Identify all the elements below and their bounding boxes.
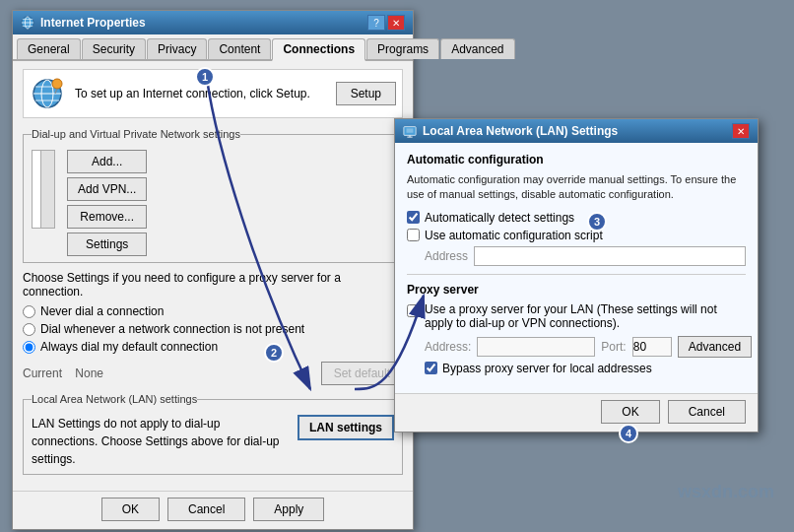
proxy-use-row: Use a proxy server for your LAN (These s… [407, 302, 746, 330]
dialog-icon [21, 16, 34, 30]
main-cancel-button[interactable]: Cancel [167, 498, 245, 521]
annotation-circle-2: 2 [264, 343, 284, 363]
lan-dialog-icon [403, 124, 417, 138]
lan-settings-button[interactable]: LAN settings [298, 415, 394, 440]
setup-button[interactable]: Setup [336, 82, 396, 105]
bypass-row: Bypass proxy server for local addresses [425, 362, 746, 375]
main-apply-button[interactable]: Apply [253, 498, 324, 521]
bypass-checkbox[interactable] [425, 362, 437, 374]
tabs-bar: General Security Privacy Content Connect… [13, 34, 413, 61]
tab-advanced[interactable]: Advanced [440, 38, 514, 59]
tab-programs[interactable]: Programs [366, 38, 439, 59]
radio-whenever[interactable]: Dial whenever a network connection is no… [23, 322, 403, 336]
settings-button[interactable]: Settings [67, 233, 147, 256]
lan-dialog-titlebar: Local Area Network (LAN) Settings ✕ [395, 119, 758, 143]
tab-security[interactable]: Security [82, 38, 146, 59]
vpn-list-container [32, 150, 55, 229]
port-label: Port: [601, 340, 626, 354]
add-button[interactable]: Add... [67, 150, 147, 173]
vpn-buttons: Add... Add VPN... Remove... Settings [67, 150, 147, 256]
lan-dialog-content: Automatic configuration Automatic config… [395, 143, 758, 393]
set-default-button[interactable]: Set default [321, 362, 403, 385]
lan-dialog-footer: OK Cancel [395, 393, 758, 432]
proxy-addr-label: Address: [425, 340, 471, 354]
globe-icon [30, 76, 65, 111]
radio-whenever-input[interactable] [23, 323, 35, 336]
tab-connections[interactable]: Connections [272, 38, 365, 61]
tab-content[interactable]: Content [208, 38, 271, 59]
titlebar-left: Internet Properties [21, 16, 146, 30]
radio-never-input[interactable] [23, 305, 35, 318]
lan-titlebar-left: Local Area Network (LAN) Settings [403, 124, 618, 138]
internet-properties-dialog: Internet Properties ? ✕ General Security… [12, 10, 414, 530]
address-label: Address [425, 249, 468, 263]
watermark: wsxdn.com [678, 482, 774, 502]
use-script-checkbox[interactable] [407, 229, 420, 241]
tab-privacy[interactable]: Privacy [147, 38, 207, 59]
lan-settings-dialog: Local Area Network (LAN) Settings ✕ Auto… [394, 118, 759, 432]
proxy-use-checkbox[interactable] [407, 304, 420, 317]
lan-help-text: LAN Settings do not apply to dial-up con… [32, 415, 290, 468]
proxy-addr-row: Address: Port: Advanced [425, 336, 746, 358]
advanced-button[interactable]: Advanced [678, 336, 752, 358]
close-button[interactable]: ✕ [387, 15, 405, 31]
use-script-label: Use automatic configuration script [425, 229, 603, 242]
remove-button[interactable]: Remove... [67, 205, 147, 229]
main-dialog-titlebar: Internet Properties ? ✕ [13, 11, 413, 34]
proxy-help-text: Choose Settings if you need to configure… [23, 271, 403, 299]
add-vpn-button[interactable]: Add VPN... [67, 177, 147, 201]
auto-config-header: Automatic configuration [407, 153, 746, 166]
lan-dialog-title: Local Area Network (LAN) Settings [423, 124, 618, 138]
dialup-section: Dial-up and Virtual Private Network sett… [23, 128, 403, 263]
current-label: Current None [23, 366, 103, 380]
lan-section-label: Local Area Network (LAN) settings [32, 393, 197, 405]
proxy-use-label: Use a proxy server for your LAN (These s… [425, 302, 746, 330]
proxy-address-input[interactable] [477, 337, 595, 357]
lan-ok-button[interactable]: OK [601, 400, 659, 424]
proxy-header: Proxy server [407, 283, 746, 297]
vpn-scrollbar[interactable] [40, 151, 54, 228]
address-input[interactable] [474, 246, 746, 266]
use-script-row: Use automatic configuration script [407, 229, 746, 242]
main-dialog-title: Internet Properties [40, 16, 146, 30]
setup-text: To set up an Internet connection, click … [75, 86, 326, 102]
auto-detect-label: Automatically detect settings [425, 211, 574, 225]
address-row: Address [425, 246, 746, 266]
dial-radio-group: Never dial a connection Dial whenever a … [23, 304, 403, 354]
tab-general[interactable]: General [17, 38, 81, 59]
main-ok-button[interactable]: OK [101, 498, 160, 521]
titlebar-controls: ? ✕ [367, 15, 405, 31]
lan-row: LAN Settings do not apply to dial-up con… [32, 415, 394, 468]
radio-never[interactable]: Never dial a connection [23, 304, 403, 318]
lan-section: Local Area Network (LAN) settings LAN Se… [23, 393, 403, 475]
default-row: Current None Set default [23, 362, 403, 385]
svg-rect-13 [407, 128, 414, 132]
radio-always-input[interactable] [23, 341, 35, 354]
main-dialog-footer: OK Cancel Apply [13, 491, 413, 529]
annotation-circle-4: 4 [619, 424, 638, 443]
port-input[interactable] [632, 337, 672, 357]
annotation-circle-1: 1 [195, 67, 215, 87]
auto-detect-checkbox[interactable] [407, 211, 420, 224]
dialup-section-label: Dial-up and Virtual Private Network sett… [32, 128, 240, 140]
lan-cancel-button[interactable]: Cancel [668, 400, 746, 424]
lan-close-button[interactable]: ✕ [732, 123, 750, 139]
auto-detect-row: Automatically detect settings [407, 211, 746, 225]
auto-config-desc: Automatic configuration may override man… [407, 172, 746, 203]
lan-titlebar-controls: ✕ [732, 123, 750, 139]
main-dialog-content: To set up an Internet connection, click … [13, 61, 413, 491]
annotation-circle-3: 3 [587, 212, 607, 232]
radio-always[interactable]: Always dial my default connection [23, 340, 403, 354]
vpn-list [33, 151, 40, 228]
help-button[interactable]: ? [367, 15, 385, 31]
bypass-label: Bypass proxy server for local addresses [442, 362, 652, 375]
svg-point-10 [52, 79, 62, 89]
